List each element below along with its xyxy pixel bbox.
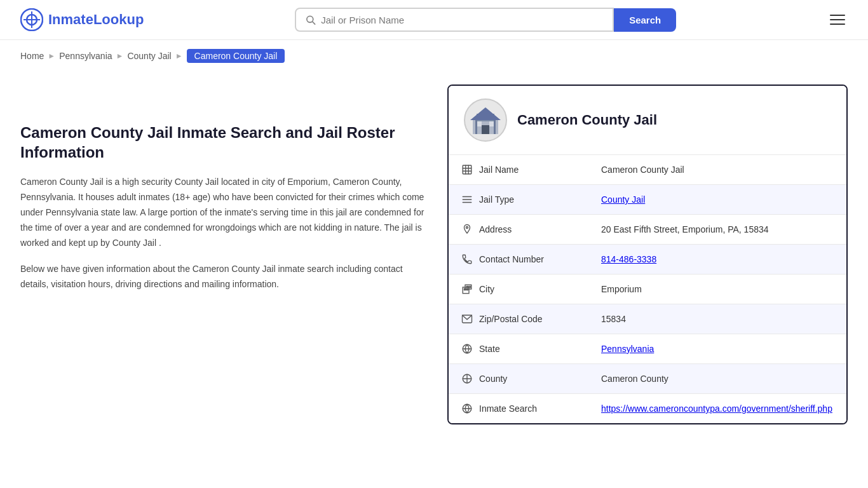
breadcrumb-sep-3: ► [175, 51, 183, 60]
logo-icon [20, 8, 43, 31]
label-cell-city: City [449, 274, 588, 304]
page-heading: Cameron County Jail Inmate Search and Ja… [20, 123, 427, 162]
table-row: Jail Type County Jail [449, 185, 846, 215]
table-row: Contact Number 814-486-3338 [449, 245, 846, 274]
svg-line-5 [313, 22, 315, 24]
table-row: Inmate Search https://www.cameroncountyp… [449, 394, 846, 424]
location-icon [461, 224, 473, 235]
table-row: Address 20 East Fifth Street, Emporium, … [449, 215, 846, 245]
svg-rect-9 [482, 125, 489, 134]
breadcrumb: Home ► Pennsylvania ► County Jail ► Came… [0, 40, 868, 72]
main-content: Cameron County Jail Inmate Search and Ja… [0, 72, 868, 450]
logo-text: InmateLookup [48, 11, 144, 28]
svg-rect-10 [477, 121, 482, 126]
card-header: Cameron County Jail [449, 86, 846, 154]
value-cell-contact[interactable]: 814-486-3338 [588, 245, 846, 274]
search-globe-icon [461, 403, 473, 414]
svg-point-22 [466, 227, 468, 229]
label-cell-zip: Zip/Postal Code [449, 304, 588, 334]
hamburger-menu-button[interactable] [827, 12, 848, 27]
jail-avatar [464, 98, 507, 142]
label-cell-jail-name: Jail Name [449, 155, 588, 185]
svg-marker-8 [470, 107, 501, 120]
value-cell-address: 20 East Fifth Street, Emporium, PA, 1583… [588, 215, 846, 245]
label-cell-address: Address [449, 215, 588, 245]
site-header: InmateLookup Search [0, 0, 868, 40]
label-cell-contact: Contact Number [449, 245, 588, 274]
value-cell-jail-type[interactable]: County Jail [588, 185, 846, 215]
menu-line-2 [830, 19, 845, 20]
label-cell-state: State [449, 334, 588, 364]
search-input[interactable] [321, 15, 604, 25]
info-card: Cameron County Jail [447, 85, 848, 424]
phone-icon [461, 254, 473, 265]
search-icon [305, 14, 316, 25]
value-cell-county: Cameron County [588, 364, 846, 394]
svg-rect-14 [463, 165, 471, 174]
list-icon [461, 194, 473, 205]
label-cell-inmate-search: Inmate Search [449, 394, 588, 424]
value-cell-zip: 15834 [588, 304, 846, 334]
svg-rect-12 [475, 120, 477, 134]
card-title: Cameron County Jail [517, 112, 657, 128]
jail-icon [461, 164, 473, 175]
jail-type-link[interactable]: County Jail [601, 194, 645, 205]
county-icon [461, 373, 473, 384]
breadcrumb-active: Cameron County Jail [187, 49, 285, 63]
label-cell-jail-type: Jail Type [449, 185, 588, 215]
description-2: Below we have given information about th… [20, 262, 427, 292]
search-box [295, 8, 614, 32]
table-row: State Pennsylvania [449, 334, 846, 364]
svg-rect-11 [489, 121, 494, 126]
left-column: Cameron County Jail Inmate Search and Ja… [20, 85, 427, 424]
description-1: Cameron County Jail is a high security C… [20, 175, 427, 250]
search-button[interactable]: Search [614, 8, 676, 32]
globe-icon [461, 343, 473, 355]
state-link[interactable]: Pennsylvania [601, 344, 654, 354]
menu-line-1 [830, 15, 845, 16]
info-table: Jail Name Cameron County Jail [449, 154, 846, 423]
label-cell-county: County [449, 364, 588, 394]
table-row: Jail Name Cameron County Jail [449, 155, 846, 185]
logo[interactable]: InmateLookup [20, 8, 144, 31]
value-cell-city: Emporium [588, 274, 846, 304]
breadcrumb-sep-2: ► [116, 51, 124, 60]
jail-building-icon [468, 102, 503, 138]
search-area: Search [295, 8, 676, 32]
table-row: County Cameron County [449, 364, 846, 394]
value-cell-jail-name: Cameron County Jail [588, 155, 846, 185]
city-icon [461, 283, 473, 295]
right-column: Cameron County Jail [447, 85, 848, 424]
table-row: City Emporium [449, 274, 846, 304]
menu-line-3 [830, 24, 845, 25]
inmate-search-link[interactable]: https://www.cameroncountypa.com/governme… [601, 403, 832, 414]
breadcrumb-pennsylvania[interactable]: Pennsylvania [59, 51, 112, 61]
breadcrumb-county-jail[interactable]: County Jail [127, 51, 171, 61]
breadcrumb-home[interactable]: Home [20, 51, 44, 61]
mail-icon [461, 313, 473, 325]
phone-link[interactable]: 814-486-3338 [601, 254, 656, 264]
svg-rect-29 [469, 287, 470, 288]
breadcrumb-sep-1: ► [48, 51, 55, 60]
svg-rect-13 [494, 120, 496, 134]
table-row: Zip/Postal Code 15834 [449, 304, 846, 334]
value-cell-state[interactable]: Pennsylvania [588, 334, 846, 364]
value-cell-inmate-search[interactable]: https://www.cameroncountypa.com/governme… [588, 394, 846, 424]
